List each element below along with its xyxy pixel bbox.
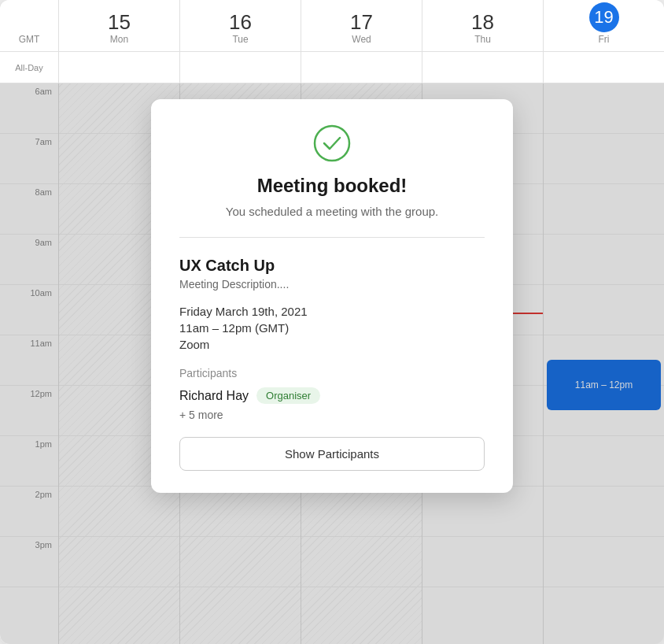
- booking-modal: Meeting booked! You scheduled a meeting …: [151, 99, 513, 493]
- participants-row: Richard Hay Organiser: [179, 387, 485, 404]
- allday-cell-fri: [544, 52, 664, 83]
- day-name-wed: Wed: [352, 34, 371, 45]
- more-participants: + 5 more: [179, 409, 485, 421]
- day-number-19: 19: [589, 2, 619, 32]
- modal-overlay: Meeting booked! You scheduled a meeting …: [0, 83, 664, 644]
- header-day-mon: 15 Mon: [59, 0, 180, 51]
- organiser-name: Richard Hay: [179, 389, 249, 403]
- meeting-title: UX Catch Up: [179, 257, 485, 275]
- day-name-fri: Fri: [599, 34, 610, 45]
- calendar-body: 6am 7am 8am 9am 10am 11am 12pm 1pm 2pm 3…: [0, 83, 664, 644]
- day-name-mon: Mon: [110, 34, 128, 45]
- day-number-18: 18: [471, 12, 494, 32]
- organiser-badge: Organiser: [256, 387, 320, 404]
- header-day-thu: 18 Thu: [422, 0, 544, 51]
- modal-divider: [179, 237, 485, 238]
- allday-cell-thu: [422, 52, 544, 83]
- allday-cell-wed: [301, 52, 422, 83]
- header-day-fri: 19 Fri: [544, 0, 664, 51]
- day-number-15: 15: [108, 12, 131, 32]
- success-icon-container: [179, 124, 485, 162]
- day-name-tue: Tue: [232, 34, 248, 45]
- show-participants-button[interactable]: Show Participants: [179, 437, 485, 471]
- meeting-time: 11am – 12pm (GMT): [179, 321, 485, 335]
- modal-title: Meeting booked!: [179, 175, 485, 197]
- meeting-description: Meeting Description....: [179, 278, 485, 291]
- allday-row: All-Day: [0, 52, 664, 83]
- day-number-16: 16: [229, 12, 252, 32]
- calendar-wrapper: GMT 15 Mon 16 Tue 17 Wed 18 Thu 19 Fri A…: [0, 0, 664, 644]
- header-day-tue: 16 Tue: [180, 0, 301, 51]
- participants-label: Participants: [179, 367, 485, 379]
- allday-cell-tue: [180, 52, 301, 83]
- day-number-17: 17: [350, 12, 373, 32]
- header-day-wed: 17 Wed: [301, 0, 422, 51]
- meeting-date: Friday March 19th, 2021: [179, 305, 485, 318]
- svg-point-0: [315, 126, 349, 161]
- check-circle-icon: [313, 124, 351, 162]
- modal-subtitle: You scheduled a meeting with the group.: [179, 205, 485, 218]
- allday-label: All-Day: [0, 52, 59, 83]
- calendar-header: GMT 15 Mon 16 Tue 17 Wed 18 Thu 19 Fri: [0, 0, 664, 52]
- allday-cell-mon: [59, 52, 180, 83]
- day-name-thu: Thu: [474, 34, 491, 45]
- meeting-location: Zoom: [179, 338, 485, 351]
- gmt-label: GMT: [0, 0, 59, 51]
